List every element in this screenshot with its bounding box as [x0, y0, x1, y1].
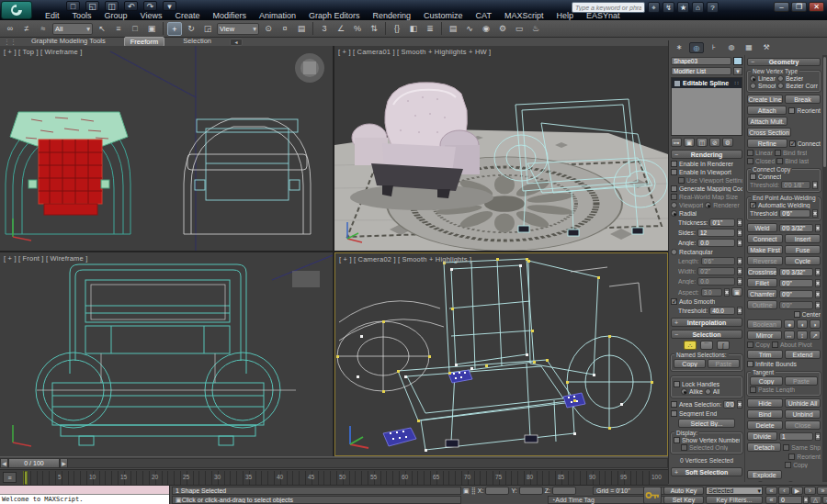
segment-subobject-icon[interactable]: ⌒	[700, 341, 713, 350]
mirror-icon[interactable]: ◧	[406, 22, 421, 36]
same-shp-checkbox[interactable]	[783, 444, 789, 451]
tab-display-icon[interactable]: ▦	[742, 42, 756, 53]
insert-button[interactable]: Insert	[785, 234, 821, 243]
rectangular-radio[interactable]	[671, 249, 677, 255]
modifier-list-dropdown[interactable]: Modifier List	[671, 67, 731, 75]
smooth-vertex-radio[interactable]	[750, 83, 756, 89]
weld-button[interactable]: Weld	[747, 223, 777, 232]
linear-checkbox[interactable]	[747, 150, 753, 156]
extend-button[interactable]: Extend	[785, 350, 821, 359]
radial-radio[interactable]	[671, 210, 677, 217]
tangent-copy-button[interactable]: Copy	[750, 376, 783, 386]
select-and-manipulate-icon[interactable]: ¤	[278, 22, 292, 36]
snap-toggle-3-icon[interactable]: 3	[317, 22, 332, 36]
to-splines-radio[interactable]	[757, 481, 764, 482]
select-by-button[interactable]: Select By...	[678, 419, 735, 428]
rendered-frame-window-icon[interactable]: ▭	[512, 22, 527, 36]
configure-modifier-sets-icon[interactable]: ⚙	[722, 138, 733, 147]
viewport-camera02-canvas[interactable]	[335, 253, 667, 455]
spline-subobject-icon[interactable]: ∫	[717, 341, 730, 350]
boolean-intersect-icon[interactable]: ◗	[810, 319, 821, 329]
time-slider-track[interactable]	[68, 458, 668, 468]
mirror-button[interactable]: Mirror	[747, 330, 782, 340]
edit-named-selection-sets-icon[interactable]: {}	[390, 22, 404, 36]
hide-button[interactable]: Hide	[747, 398, 783, 408]
viewport-camera02-active[interactable]: [ + ] [ Camera02 ] [ Smooth + Highlights…	[334, 252, 668, 456]
attach-mult-button[interactable]: Attach Mult.	[747, 117, 787, 126]
menu-modifiers[interactable]: Modifiers	[206, 11, 253, 20]
select-by-name-icon[interactable]: ≡	[111, 22, 126, 36]
close-button[interactable]: ✕	[809, 2, 824, 12]
rollout-geometry[interactable]: −Geometry	[747, 58, 821, 66]
refine-button[interactable]: Refine	[747, 139, 787, 148]
reverse-button[interactable]: Reverse	[747, 256, 783, 265]
listener-macro-row[interactable]	[0, 486, 169, 495]
show-vertex-numbers-checkbox[interactable]	[674, 437, 680, 443]
connect-button[interactable]: Connect	[747, 234, 783, 243]
play-icon[interactable]: ▶	[791, 487, 803, 495]
tab-motion-icon[interactable]: ◍	[724, 42, 739, 53]
command-panel-scrollbar[interactable]	[822, 55, 827, 482]
open-mini-listener-icon[interactable]: ≡	[3, 472, 17, 483]
viewport-top-canvas[interactable]	[0, 46, 333, 251]
select-and-link-icon[interactable]: ∞	[3, 22, 17, 36]
listener-output-row[interactable]: Welcome to MAXScript.	[0, 495, 169, 504]
chamfer-field[interactable]: 0'0"	[779, 290, 813, 298]
outline-button[interactable]: Outline	[747, 300, 777, 309]
graph-editors-icon[interactable]: ∿	[462, 22, 477, 36]
chamfer-button[interactable]: Chamfer	[747, 289, 777, 298]
trim-button[interactable]: Trim	[747, 350, 783, 359]
bind-button[interactable]: Bind	[747, 409, 783, 419]
percent-snap-toggle-icon[interactable]: %	[350, 22, 365, 36]
boolean-union-icon[interactable]: ●	[784, 319, 795, 329]
divide-field[interactable]: 1	[779, 432, 813, 441]
mirror-copy-checkbox[interactable]	[747, 342, 753, 348]
tab-hierarchy-icon[interactable]: ⊦	[707, 42, 721, 53]
remove-modifier-icon[interactable]: ⊘	[709, 138, 720, 147]
menu-edit[interactable]: Edit	[39, 11, 66, 20]
area-selection-checkbox[interactable]	[671, 401, 677, 408]
time-slider-handle[interactable]: 0 / 100	[8, 458, 60, 468]
restore-button[interactable]: ❐	[791, 2, 807, 12]
detach-copy-checkbox[interactable]	[785, 462, 791, 468]
window-crossing-toggle-icon[interactable]: ▣	[144, 22, 159, 36]
viewport-front-canvas[interactable]	[0, 252, 333, 456]
viewport-top[interactable]: [ + ] [ Top ] [ Wireframe ]	[0, 46, 333, 251]
viewport-camera01[interactable]: [ + ] [ Camera01 ] [ Smooth + Highlights…	[334, 46, 668, 251]
ribbon-grip-icon[interactable]: ⋮⋮	[4, 39, 17, 46]
track-bar[interactable]: ≡ 51015202530354045505560657075808590951…	[0, 469, 668, 485]
communication-center-icon[interactable]: ↯	[663, 2, 674, 13]
fillet-button[interactable]: Fillet	[747, 278, 777, 287]
menu-create[interactable]: Create	[168, 11, 206, 20]
cross-insert-field[interactable]: 0'0 3/32"	[779, 268, 813, 276]
about-pivot-checkbox[interactable]	[772, 342, 778, 348]
bezier-corner-radio[interactable]	[777, 83, 784, 89]
weld-spinner[interactable]	[815, 224, 821, 232]
selection-filter-dropdown[interactable]: All▾	[52, 23, 93, 35]
bind-to-space-warp-icon[interactable]: ≈	[36, 22, 51, 36]
tab-modify-icon[interactable]: ◎	[689, 42, 704, 53]
detach-reorient-checkbox[interactable]	[788, 454, 795, 460]
viewport-front[interactable]: [ + ] [ Front ] [ Wireframe ]	[0, 252, 333, 456]
fillet-spinner[interactable]	[815, 279, 821, 287]
angle2-spinner[interactable]	[737, 277, 742, 286]
closed-checkbox[interactable]	[747, 158, 753, 164]
menu-maxscript[interactable]: MAXScript	[498, 11, 550, 20]
length-field[interactable]: 0'6"	[701, 257, 735, 265]
time-slider-prev-icon[interactable]: ◀	[0, 458, 8, 468]
menu-tools[interactable]: Tools	[66, 11, 98, 20]
boolean-subtract-icon[interactable]: ◖	[797, 319, 808, 329]
area-selection-spinner[interactable]	[737, 400, 742, 409]
segment-end-checkbox[interactable]	[671, 410, 677, 417]
named-selection-paste-button[interactable]: Paste	[708, 359, 740, 368]
divide-spinner[interactable]	[815, 432, 821, 441]
favorites-icon[interactable]: ★	[677, 2, 689, 13]
rollout-rendering[interactable]: −Rendering	[671, 150, 742, 159]
angle-spinner[interactable]	[737, 239, 742, 247]
unlink-selection-icon[interactable]: ≠	[19, 22, 34, 36]
reorient-checkbox[interactable]	[788, 107, 795, 114]
field-of-view-icon[interactable]: △	[810, 496, 821, 504]
search-input[interactable]	[572, 2, 645, 13]
selected-only-checkbox[interactable]	[681, 444, 687, 451]
selection-set-dropdown[interactable]: Selected▾	[706, 487, 763, 495]
